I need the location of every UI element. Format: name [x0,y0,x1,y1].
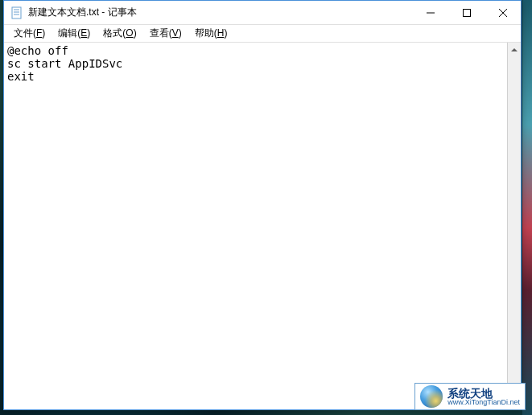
maximize-icon [463,9,471,17]
watermark-text: 系统天地 www.XiTongTianDi.net [447,388,520,406]
notepad-window: 新建文本文档.txt - 记事本 文件(F) 编辑(E) 格式(O) 查看(V)… [3,0,522,410]
menu-file[interactable]: 文件(F) [7,25,52,42]
maximize-button[interactable] [448,1,485,24]
watermark-url: www.XiTongTianDi.net [447,399,520,406]
window-title: 新建文本文档.txt - 记事本 [28,6,412,19]
chevron-up-icon [511,48,518,51]
svg-rect-5 [463,9,470,16]
minimize-icon [427,9,435,17]
editor-area: @echo off sc start AppIDSvc exit [4,43,521,409]
menu-edit[interactable]: 编辑(E) [52,25,97,42]
globe-icon [420,385,443,408]
text-editor[interactable]: @echo off sc start AppIDSvc exit [4,43,507,409]
watermark-title: 系统天地 [447,388,520,399]
menu-view[interactable]: 查看(V) [143,25,188,42]
menubar: 文件(F) 编辑(E) 格式(O) 查看(V) 帮助(H) [4,25,521,43]
svg-marker-8 [511,48,518,51]
menu-format[interactable]: 格式(O) [97,25,142,42]
notepad-icon [10,6,23,19]
close-button[interactable] [485,1,521,24]
vertical-scrollbar[interactable] [507,43,521,409]
desktop-right-strip [522,0,532,415]
menu-help[interactable]: 帮助(H) [188,25,234,42]
watermark-logo: 系统天地 www.XiTongTianDi.net [414,383,526,410]
minimize-button[interactable] [412,1,448,24]
close-icon [499,9,507,17]
scroll-up-button[interactable] [508,43,521,56]
desktop-background: 新建文本文档.txt - 记事本 文件(F) 编辑(E) 格式(O) 查看(V)… [0,0,532,415]
titlebar[interactable]: 新建文本文档.txt - 记事本 [4,1,521,25]
window-controls [412,1,521,24]
svg-rect-0 [12,7,21,18]
